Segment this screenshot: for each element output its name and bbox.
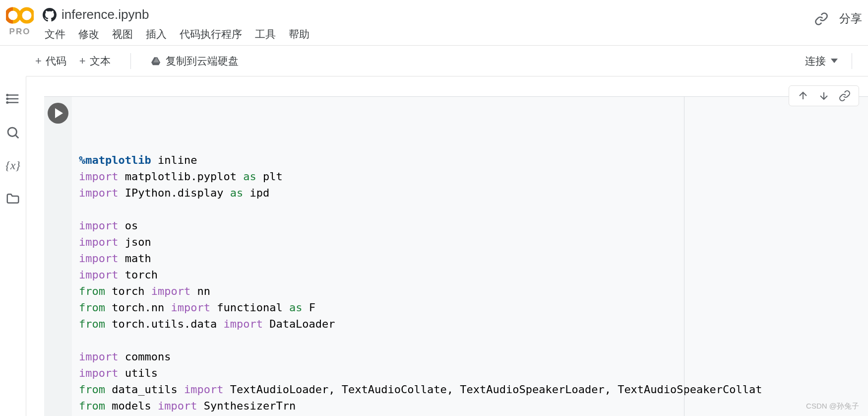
- add-code-button[interactable]: + 代码: [35, 54, 66, 68]
- plus-icon: +: [35, 55, 42, 68]
- code-cell: %matplotlib inlineimport matplotlib.pypl…: [44, 96, 868, 416]
- variables-icon[interactable]: {x}: [5, 159, 20, 172]
- notebook-content: %matplotlib inlineimport matplotlib.pypl…: [26, 76, 868, 416]
- cell-link-icon[interactable]: [839, 90, 851, 102]
- menu-insert[interactable]: 插入: [146, 27, 167, 41]
- svg-point-5: [7, 94, 8, 96]
- run-button[interactable]: [48, 103, 68, 124]
- toolbar-divider: [852, 53, 852, 69]
- copy-to-drive-label: 复制到云端硬盘: [166, 54, 239, 68]
- menu-tools[interactable]: 工具: [255, 27, 276, 41]
- header: PRO inference.ipynb 文件 修改 视图 插入 代码执行程序 工…: [0, 0, 868, 46]
- svg-point-1: [20, 9, 33, 22]
- cell-gutter: [44, 97, 72, 416]
- copy-to-drive-button[interactable]: 复制到云端硬盘: [151, 54, 239, 68]
- folder-icon[interactable]: [5, 191, 20, 206]
- play-icon: [55, 108, 63, 118]
- svg-point-8: [8, 128, 17, 137]
- toc-icon[interactable]: [5, 91, 20, 106]
- toolbar-right: 连接: [805, 53, 859, 69]
- plus-icon: +: [79, 55, 86, 68]
- output-divider: [684, 97, 684, 416]
- code-editor[interactable]: %matplotlib inlineimport matplotlib.pypl…: [72, 97, 868, 416]
- search-icon[interactable]: [5, 125, 20, 140]
- link-icon[interactable]: [814, 12, 828, 26]
- drive-icon: [151, 56, 162, 67]
- menu-edit[interactable]: 修改: [78, 27, 99, 41]
- connect-label: 连接: [805, 54, 826, 68]
- cell-action-toolbar: [789, 85, 859, 106]
- github-icon: [43, 8, 57, 22]
- toolbar-divider: [130, 53, 131, 69]
- title-row: inference.ipynb: [43, 4, 814, 24]
- move-down-icon[interactable]: [818, 90, 830, 102]
- share-button[interactable]: 分享: [839, 11, 862, 26]
- watermark: CSDN @孙兔子: [806, 402, 859, 411]
- header-actions: 分享: [814, 4, 862, 26]
- menu-runtime[interactable]: 代码执行程序: [180, 27, 242, 41]
- svg-line-9: [16, 136, 18, 138]
- toolbar-left: + 代码 + 文本 复制到云端硬盘: [35, 53, 239, 69]
- menu-bar: 文件 修改 视图 插入 代码执行程序 工具 帮助: [43, 24, 814, 46]
- add-text-button[interactable]: + 文本: [79, 54, 111, 68]
- colab-logo-icon: [6, 6, 34, 25]
- pro-badge: PRO: [9, 27, 31, 37]
- left-rail: {x}: [0, 76, 26, 416]
- menu-view[interactable]: 视图: [112, 27, 133, 41]
- document-title[interactable]: inference.ipynb: [62, 7, 149, 22]
- header-main: inference.ipynb 文件 修改 视图 插入 代码执行程序 工具 帮助: [43, 4, 814, 46]
- body: {x} %matplotlib inlineimport matplotlib.…: [0, 76, 868, 416]
- colab-logo[interactable]: PRO: [6, 4, 34, 37]
- toolbar: + 代码 + 文本 复制到云端硬盘 连接: [26, 46, 868, 76]
- add-code-label: 代码: [46, 54, 66, 68]
- menu-help[interactable]: 帮助: [289, 27, 310, 41]
- svg-point-7: [7, 102, 8, 103]
- move-up-icon[interactable]: [797, 90, 809, 102]
- menu-file[interactable]: 文件: [45, 27, 65, 41]
- chevron-down-icon: [831, 59, 838, 63]
- connect-button[interactable]: 连接: [805, 54, 838, 68]
- svg-point-6: [7, 98, 8, 100]
- add-text-label: 文本: [90, 54, 111, 68]
